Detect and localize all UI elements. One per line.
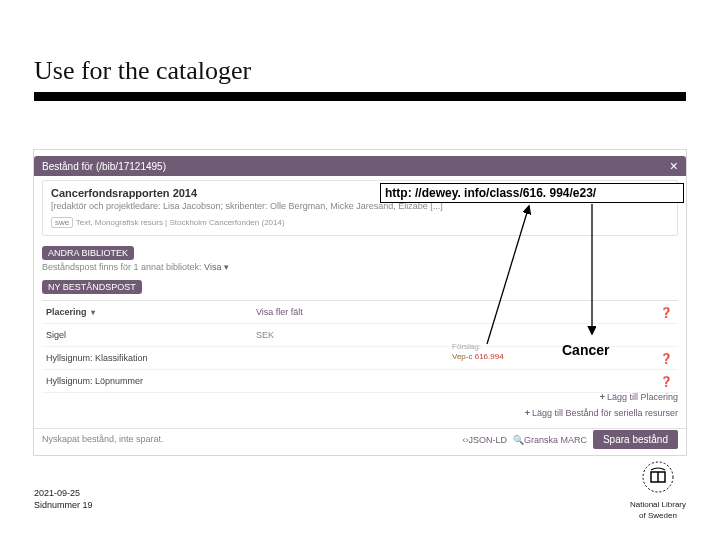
crown-seal-icon	[637, 456, 679, 498]
footer-page-number: Sidnummer 19	[34, 500, 93, 510]
footer-date: 2021-09-25	[34, 488, 80, 498]
national-library-logo: National Library of Sweden	[622, 456, 694, 520]
svg-line-0	[487, 206, 529, 344]
logo-text-1: National Library	[622, 500, 694, 509]
logo-text-2: of Sweden	[622, 511, 694, 520]
arrow-to-suggestion	[0, 0, 720, 540]
